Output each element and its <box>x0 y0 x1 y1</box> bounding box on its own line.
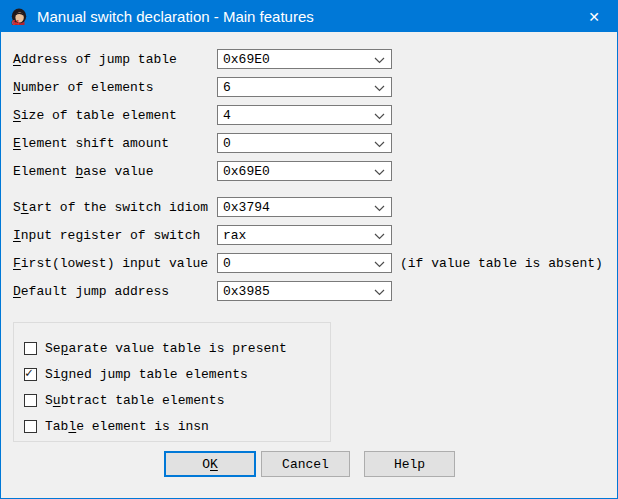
subtract-table-elements-row[interactable]: ✓ Subtract table elements <box>24 387 330 413</box>
element-shift-amount-combo[interactable]: 0 <box>217 133 392 153</box>
combo-value: 0x3985 <box>223 284 270 299</box>
element-base-value-combo[interactable]: 0x69E0 <box>217 161 392 181</box>
svg-text:64: 64 <box>11 19 19 26</box>
field-label: Size of table element <box>13 108 217 123</box>
field-row-first-input-value: First(lowest) input value 0 (if value ta… <box>13 253 605 273</box>
address-of-jump-table-combo[interactable]: 0x69E0 <box>217 49 392 69</box>
field-label: Element shift amount <box>13 136 217 151</box>
separate-value-table-row[interactable]: ✓ Separate value table is present <box>24 335 330 361</box>
first-input-value-combo[interactable]: 0 <box>217 253 392 273</box>
combo-value: 0x69E0 <box>223 164 270 179</box>
ida-app-icon: 64 <box>10 8 28 26</box>
field-row-size-of-table-element: Size of table element 4 <box>13 105 605 125</box>
field-label: Start of the switch idiom <box>13 200 217 215</box>
combo-value: 4 <box>223 108 231 123</box>
field-label: Number of elements <box>13 80 217 95</box>
checkbox-label: Signed jump table elements <box>45 367 248 382</box>
input-register-combo[interactable]: rax <box>217 225 392 245</box>
field-row-default-jump-address: Default jump address 0x3985 <box>13 281 605 301</box>
window-title: Manual switch declaration - Main feature… <box>37 8 571 25</box>
switch-idiom-start-combo[interactable]: 0x3794 <box>217 197 392 217</box>
chevron-down-icon[interactable] <box>374 113 385 120</box>
field-label: First(lowest) input value <box>13 256 217 271</box>
chevron-down-icon[interactable] <box>374 169 385 176</box>
dialog-buttons: OK Cancel Help <box>164 451 605 477</box>
field-row-element-shift-amount: Element shift amount 0 <box>13 133 605 153</box>
chevron-down-icon[interactable] <box>374 57 385 64</box>
ok-button[interactable]: OK <box>164 451 256 477</box>
default-jump-address-combo[interactable]: 0x3985 <box>217 281 392 301</box>
close-button[interactable]: ✕ <box>571 1 617 32</box>
chevron-down-icon[interactable] <box>374 205 385 212</box>
field-label: Input register of switch <box>13 228 217 243</box>
chevron-down-icon[interactable] <box>374 85 385 92</box>
chevron-down-icon[interactable] <box>374 261 385 268</box>
field-note: (if value table is absent) <box>400 256 603 271</box>
signed-jump-table-checkbox[interactable]: ✓ <box>24 368 37 381</box>
titlebar: 64 Manual switch declaration - Main feat… <box>1 1 617 32</box>
field-row-number-of-elements: Number of elements 6 <box>13 77 605 97</box>
help-button[interactable]: Help <box>364 451 455 477</box>
separate-value-table-checkbox[interactable]: ✓ <box>24 342 37 355</box>
combo-value: 0x69E0 <box>223 52 270 67</box>
number-of-elements-combo[interactable]: 6 <box>217 77 392 97</box>
field-row-element-base-value: Element base value 0x69E0 <box>13 161 605 181</box>
field-row-address-of-jump-table: Address of jump table 0x69E0 <box>13 49 605 69</box>
chevron-down-icon[interactable] <box>374 289 385 296</box>
field-row-switch-idiom-start: Start of the switch idiom 0x3794 <box>13 197 605 217</box>
field-label: Element base value <box>13 164 217 179</box>
table-element-is-insn-checkbox[interactable]: ✓ <box>24 420 37 433</box>
size-of-table-element-combo[interactable]: 4 <box>217 105 392 125</box>
dialog-body: Address of jump table 0x69E0 Number of e… <box>1 32 617 477</box>
chevron-down-icon[interactable] <box>374 233 385 240</box>
signed-jump-table-row[interactable]: ✓ Signed jump table elements <box>24 361 330 387</box>
combo-value: 0x3794 <box>223 200 270 215</box>
combo-value: 0 <box>223 136 231 151</box>
options-groupbox: ✓ Separate value table is present ✓ Sign… <box>13 322 331 442</box>
subtract-table-elements-checkbox[interactable]: ✓ <box>24 394 37 407</box>
checkbox-label: Subtract table elements <box>45 393 224 408</box>
combo-value: 6 <box>223 80 231 95</box>
combo-value: 0 <box>223 256 231 271</box>
checkbox-label: Separate value table is present <box>45 341 287 356</box>
field-label: Default jump address <box>13 284 217 299</box>
close-icon: ✕ <box>588 9 600 25</box>
manual-switch-declaration-dialog: 64 Manual switch declaration - Main feat… <box>0 0 618 499</box>
field-row-input-register: Input register of switch rax <box>13 225 605 245</box>
check-icon: ✓ <box>25 367 33 380</box>
field-label: Address of jump table <box>13 52 217 67</box>
checkbox-label: Table element is insn <box>45 419 209 434</box>
cancel-button[interactable]: Cancel <box>261 451 350 477</box>
chevron-down-icon[interactable] <box>374 141 385 148</box>
combo-value: rax <box>223 228 246 243</box>
table-element-is-insn-row[interactable]: ✓ Table element is insn <box>24 413 330 439</box>
